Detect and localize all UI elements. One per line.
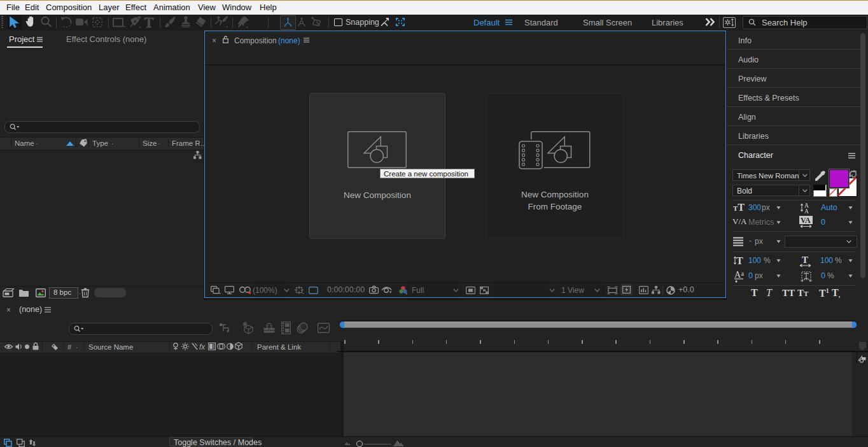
- svg-text:T: T: [802, 255, 808, 265]
- svg-text:T: T: [736, 255, 743, 266]
- svg-text:A: A: [804, 208, 809, 215]
- svg-text:a: a: [741, 270, 745, 277]
- svg-text:A: A: [734, 270, 741, 280]
